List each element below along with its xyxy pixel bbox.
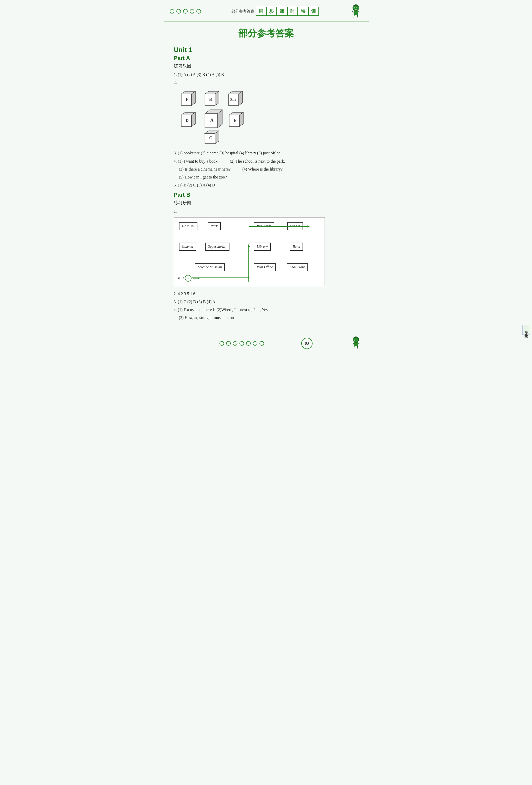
map-park: Park [208, 222, 221, 230]
page-title: 部分参考答案 [174, 27, 358, 40]
svg-text:B: B [209, 97, 212, 102]
header-boxes: 同 步 课 时 特 训 [256, 7, 319, 16]
partA-q3: 3. (1) bookstore (2) cinema (3) hospital… [174, 150, 358, 156]
map-bank: Bank [290, 243, 303, 251]
svg-line-51 [358, 343, 359, 344]
partA-q2-label: 2. [174, 79, 358, 86]
svg-text:Zoo: Zoo [230, 98, 236, 102]
dot-5 [196, 9, 201, 14]
partA-q4-label: 4. (1) I want to buy a book. (2) The sch… [174, 158, 358, 164]
svg-marker-42 [307, 225, 310, 228]
map-bookstore: Bookstore [254, 222, 274, 230]
svg-line-50 [352, 343, 354, 344]
partA-q5: 5. (1) B (2) C (3) A (4) D [174, 182, 358, 188]
header-box-5: 特 [298, 7, 308, 16]
page-footer: 83 [163, 332, 369, 354]
svg-line-53 [357, 346, 358, 349]
partB-q4-item2: (3) How, at, straight, museum, on [179, 314, 358, 321]
partA-q4-item5: (5) How can I get to the zoo? [179, 174, 358, 180]
unit1-heading: Unit 1 [174, 46, 358, 54]
building-diagram-svg: F B Zoo D [178, 88, 254, 144]
dot-4 [190, 9, 194, 14]
footer-page-number: 83 [301, 338, 312, 349]
svg-text:F: F [186, 97, 188, 102]
partA-heading: Part A [174, 55, 358, 61]
svg-point-47 [355, 338, 356, 339]
map-science-museum: Science Museum [195, 263, 225, 271]
header-dots [170, 9, 201, 14]
svg-marker-38 [198, 277, 200, 279]
partA-section: 练习乐园 [174, 63, 358, 69]
header-box-4: 时 [287, 7, 298, 16]
page-header: 部分参考答案 同 步 课 时 特 训 [163, 0, 369, 22]
svg-marker-15 [215, 91, 219, 105]
svg-marker-31 [239, 112, 243, 126]
partA-q4-item1: (1) I want to buy a book. [178, 159, 219, 163]
svg-marker-11 [192, 91, 195, 105]
footer-dots [220, 341, 264, 346]
footer-mascot [350, 335, 362, 351]
footer-dot-6 [253, 341, 257, 346]
svg-marker-23 [192, 112, 195, 126]
svg-line-8 [357, 15, 358, 18]
footer-dot-2 [226, 341, 231, 346]
svg-line-5 [352, 11, 354, 12]
svg-marker-44 [248, 277, 250, 279]
header-box-2: 步 [266, 7, 277, 16]
map-cinema: Cinema [179, 243, 196, 251]
partA-q4: 4. (1) I want to buy a book. (2) The sch… [174, 158, 358, 181]
svg-line-6 [358, 11, 359, 12]
svg-line-7 [354, 15, 354, 18]
partB-q4-item1: (1) Excuse me, there is (2)Where, It's n… [178, 307, 268, 312]
partA-q2-diagram: F B Zoo D [178, 88, 358, 145]
svg-point-48 [357, 338, 358, 339]
footer-dot-5 [246, 341, 251, 346]
partB-map: Hospital Park Bookstore School Cinema Su… [174, 217, 325, 286]
header-box-1: 同 [256, 7, 267, 16]
svg-point-2 [354, 7, 355, 8]
map-post-office: Post Office [254, 263, 276, 271]
footer-dot-4 [239, 341, 244, 346]
dot-3 [183, 9, 188, 14]
partB-section: 练习乐园 [174, 200, 358, 206]
main-content: 部分参考答案 Unit 1 Part A 练习乐园 1. (1) A (2) A… [163, 22, 369, 330]
header-mascot [349, 3, 362, 20]
svg-rect-4 [354, 11, 358, 15]
map-library: Library [254, 243, 271, 251]
footer-dot-3 [233, 341, 237, 346]
header-box-6: 训 [308, 7, 319, 16]
partB-q2: 2. 4 2 3 5 1 6 [174, 290, 358, 297]
partB-q1-label: 1. [174, 208, 358, 214]
smiley-face: ☺ [185, 275, 192, 282]
svg-point-3 [356, 7, 357, 8]
svg-text:C: C [209, 136, 212, 140]
dot-2 [176, 9, 181, 14]
partB-q4: 4. (1) Excuse me, there is (2)Where, It'… [174, 306, 358, 321]
footer-dot-1 [220, 341, 224, 346]
dot-1 [170, 9, 174, 14]
map-hospital: Hospital [179, 222, 197, 230]
header-center: 部分参考答案 同 步 课 时 特 训 [231, 7, 319, 16]
partA-q4-item3: (3) Is there a cinema near here?(4) Wher… [179, 166, 358, 173]
map-supermarket: Supermarket [205, 243, 230, 251]
svg-text:D: D [186, 118, 189, 123]
footer-dot-7 [259, 341, 264, 346]
svg-marker-19 [239, 91, 243, 105]
svg-text:A: A [210, 118, 213, 123]
map-shoe-store: Shoe Store [287, 263, 308, 271]
right-arrow-small [193, 276, 200, 280]
partB-heading: Part B [174, 192, 358, 198]
svg-marker-40 [247, 244, 250, 247]
map-school: School [287, 222, 303, 230]
svg-text:E: E [233, 118, 236, 123]
partB-q4-label: 4. (1) Excuse me, there is (2)Where, It'… [174, 306, 358, 313]
svg-rect-46 [354, 337, 357, 338]
svg-rect-1 [354, 5, 358, 6]
svg-rect-49 [354, 343, 358, 346]
partB-q3: 3. (1) C (2) D (3) B (4) A [174, 298, 358, 305]
svg-line-52 [354, 346, 354, 349]
map-start: Start ☺ [177, 275, 200, 282]
start-label: Start [177, 276, 184, 280]
header-box-3: 课 [277, 7, 287, 16]
partA-q4-item2: (2) The school is next to the park. [230, 159, 285, 163]
